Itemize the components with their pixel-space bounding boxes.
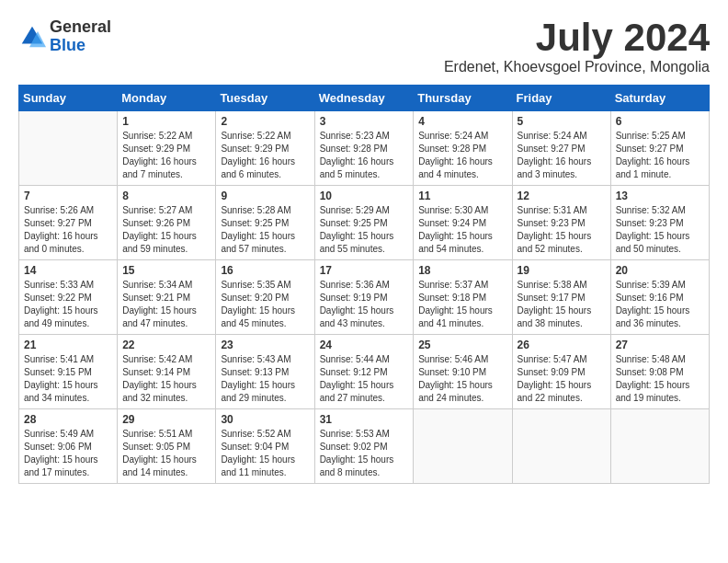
day-number: 23 (221, 339, 309, 351)
day-number: 27 (616, 339, 704, 351)
day-info: Sunrise: 5:25 AM Sunset: 9:27 PM Dayligh… (616, 130, 704, 181)
table-row: 20Sunrise: 5:39 AM Sunset: 9:16 PM Dayli… (610, 260, 709, 335)
table-row: 12Sunrise: 5:31 AM Sunset: 9:23 PM Dayli… (512, 186, 610, 260)
table-row: 18Sunrise: 5:37 AM Sunset: 9:18 PM Dayli… (414, 260, 512, 335)
day-info: Sunrise: 5:35 AM Sunset: 9:20 PM Dayligh… (221, 279, 309, 330)
day-number: 26 (518, 339, 606, 351)
table-row: 4Sunrise: 5:24 AM Sunset: 9:28 PM Daylig… (414, 111, 512, 186)
day-number: 22 (122, 339, 210, 351)
table-row (512, 409, 610, 484)
day-info: Sunrise: 5:48 AM Sunset: 9:08 PM Dayligh… (616, 353, 704, 405)
day-number: 18 (418, 264, 506, 277)
table-row: 17Sunrise: 5:36 AM Sunset: 9:19 PM Dayli… (314, 260, 414, 335)
day-number: 11 (418, 190, 506, 202)
day-info: Sunrise: 5:32 AM Sunset: 9:23 PM Dayligh… (616, 204, 704, 256)
day-info: Sunrise: 5:28 AM Sunset: 9:25 PM Dayligh… (221, 204, 309, 256)
day-number: 14 (24, 264, 112, 277)
day-info: Sunrise: 5:26 AM Sunset: 9:27 PM Dayligh… (24, 204, 112, 256)
day-info: Sunrise: 5:34 AM Sunset: 9:21 PM Dayligh… (122, 279, 210, 330)
day-info: Sunrise: 5:23 AM Sunset: 9:28 PM Dayligh… (320, 130, 409, 181)
title-section: July 2024 Erdenet, Khoevsgoel Province, … (444, 18, 710, 75)
day-number: 3 (320, 115, 409, 128)
day-number: 4 (418, 115, 506, 128)
day-number: 8 (122, 190, 210, 202)
day-info: Sunrise: 5:30 AM Sunset: 9:24 PM Dayligh… (418, 204, 506, 256)
day-info: Sunrise: 5:22 AM Sunset: 9:29 PM Dayligh… (221, 130, 309, 181)
table-row: 25Sunrise: 5:46 AM Sunset: 9:10 PM Dayli… (414, 335, 512, 409)
table-row: 19Sunrise: 5:38 AM Sunset: 9:17 PM Dayli… (512, 260, 610, 335)
day-info: Sunrise: 5:51 AM Sunset: 9:05 PM Dayligh… (122, 428, 210, 479)
day-info: Sunrise: 5:38 AM Sunset: 9:17 PM Dayligh… (518, 279, 606, 330)
day-number: 5 (518, 115, 606, 128)
day-info: Sunrise: 5:52 AM Sunset: 9:04 PM Dayligh… (221, 428, 309, 479)
table-row: 11Sunrise: 5:30 AM Sunset: 9:24 PM Dayli… (414, 186, 512, 260)
table-row (414, 409, 512, 484)
table-row: 1Sunrise: 5:22 AM Sunset: 9:29 PM Daylig… (118, 111, 216, 186)
table-row: 3Sunrise: 5:23 AM Sunset: 9:28 PM Daylig… (314, 111, 414, 186)
day-number: 2 (221, 115, 309, 128)
header-friday: Friday (512, 86, 610, 111)
day-info: Sunrise: 5:44 AM Sunset: 9:12 PM Dayligh… (320, 353, 409, 405)
table-row: 26Sunrise: 5:47 AM Sunset: 9:09 PM Dayli… (512, 335, 610, 409)
day-number: 1 (122, 115, 210, 128)
day-number: 24 (320, 339, 409, 351)
day-number: 30 (221, 413, 309, 426)
day-info: Sunrise: 5:36 AM Sunset: 9:19 PM Dayligh… (320, 279, 409, 330)
header-wednesday: Wednesday (314, 86, 414, 111)
table-row: 16Sunrise: 5:35 AM Sunset: 9:20 PM Dayli… (216, 260, 314, 335)
table-row: 28Sunrise: 5:49 AM Sunset: 9:06 PM Dayli… (19, 409, 118, 484)
header-thursday: Thursday (414, 86, 512, 111)
month-year-title: July 2024 (444, 18, 710, 57)
calendar-week-row: 14Sunrise: 5:33 AM Sunset: 9:22 PM Dayli… (19, 260, 710, 335)
day-number: 25 (418, 339, 506, 351)
header: General Blue July 2024 Erdenet, Khoevsgo… (18, 18, 710, 75)
day-number: 16 (221, 264, 309, 277)
location-title: Erdenet, Khoevsgoel Province, Mongolia (444, 59, 710, 75)
day-number: 7 (24, 190, 112, 202)
table-row: 21Sunrise: 5:41 AM Sunset: 9:15 PM Dayli… (19, 335, 118, 409)
day-info: Sunrise: 5:37 AM Sunset: 9:18 PM Dayligh… (418, 279, 506, 330)
table-row: 15Sunrise: 5:34 AM Sunset: 9:21 PM Dayli… (118, 260, 216, 335)
table-row: 27Sunrise: 5:48 AM Sunset: 9:08 PM Dayli… (610, 335, 709, 409)
calendar-week-row: 28Sunrise: 5:49 AM Sunset: 9:06 PM Dayli… (19, 409, 710, 484)
day-info: Sunrise: 5:49 AM Sunset: 9:06 PM Dayligh… (24, 428, 112, 479)
table-row (610, 409, 709, 484)
table-row: 24Sunrise: 5:44 AM Sunset: 9:12 PM Dayli… (314, 335, 414, 409)
table-row: 23Sunrise: 5:43 AM Sunset: 9:13 PM Dayli… (216, 335, 314, 409)
table-row: 5Sunrise: 5:24 AM Sunset: 9:27 PM Daylig… (512, 111, 610, 186)
day-info: Sunrise: 5:33 AM Sunset: 9:22 PM Dayligh… (24, 279, 112, 330)
day-info: Sunrise: 5:39 AM Sunset: 9:16 PM Dayligh… (616, 279, 704, 330)
table-row: 10Sunrise: 5:29 AM Sunset: 9:25 PM Dayli… (314, 186, 414, 260)
logo-blue: Blue (50, 37, 111, 55)
day-number: 31 (320, 413, 409, 426)
day-number: 12 (518, 190, 606, 202)
day-number: 15 (122, 264, 210, 277)
calendar-week-row: 1Sunrise: 5:22 AM Sunset: 9:29 PM Daylig… (19, 111, 710, 186)
day-number: 9 (221, 190, 309, 202)
day-number: 17 (320, 264, 409, 277)
day-number: 10 (320, 190, 409, 202)
logo-general: General (50, 18, 111, 37)
day-info: Sunrise: 5:53 AM Sunset: 9:02 PM Dayligh… (320, 428, 409, 479)
header-sunday: Sunday (19, 86, 118, 111)
calendar-table: Sunday Monday Tuesday Wednesday Thursday… (18, 85, 710, 484)
table-row: 8Sunrise: 5:27 AM Sunset: 9:26 PM Daylig… (118, 186, 216, 260)
calendar-week-row: 21Sunrise: 5:41 AM Sunset: 9:15 PM Dayli… (19, 335, 710, 409)
table-row: 14Sunrise: 5:33 AM Sunset: 9:22 PM Dayli… (19, 260, 118, 335)
header-saturday: Saturday (610, 86, 709, 111)
day-info: Sunrise: 5:29 AM Sunset: 9:25 PM Dayligh… (320, 204, 409, 256)
day-number: 20 (616, 264, 704, 277)
table-row: 30Sunrise: 5:52 AM Sunset: 9:04 PM Dayli… (216, 409, 314, 484)
day-info: Sunrise: 5:31 AM Sunset: 9:23 PM Dayligh… (518, 204, 606, 256)
table-row: 22Sunrise: 5:42 AM Sunset: 9:14 PM Dayli… (118, 335, 216, 409)
day-number: 13 (616, 190, 704, 202)
day-number: 29 (122, 413, 210, 426)
table-row: 31Sunrise: 5:53 AM Sunset: 9:02 PM Dayli… (314, 409, 414, 484)
logo: General Blue (18, 18, 111, 55)
table-row: 29Sunrise: 5:51 AM Sunset: 9:05 PM Dayli… (118, 409, 216, 484)
day-info: Sunrise: 5:27 AM Sunset: 9:26 PM Dayligh… (122, 204, 210, 256)
day-info: Sunrise: 5:22 AM Sunset: 9:29 PM Dayligh… (122, 130, 210, 181)
table-row: 6Sunrise: 5:25 AM Sunset: 9:27 PM Daylig… (610, 111, 709, 186)
calendar-week-row: 7Sunrise: 5:26 AM Sunset: 9:27 PM Daylig… (19, 186, 710, 260)
logo-icon (18, 23, 46, 51)
